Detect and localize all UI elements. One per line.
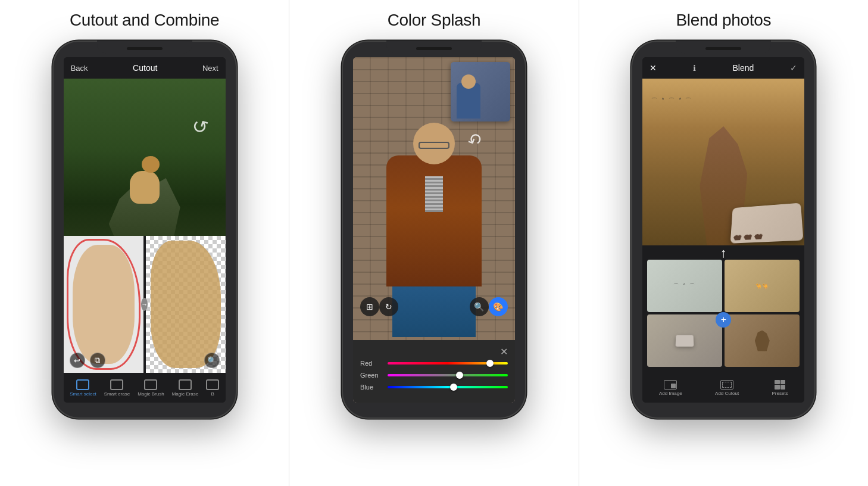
preset-sq-1 — [775, 380, 780, 385]
phone-blend: ✕ ℹ Blend ✓ ⌒ ˄ ⌒ ˄ ⌒ — [631, 40, 816, 419]
phone-screen-cutout: Back Cutout Next ↺ → — [64, 57, 226, 403]
blend-check-button[interactable]: ✓ — [790, 63, 797, 73]
cutout-ctrl-right: 🔍 — [204, 353, 220, 368]
tool-magic-brush[interactable]: Magic Brush — [138, 379, 164, 397]
blend-toolbar: Add Image Add Cutout Presets — [642, 373, 804, 403]
red-slider-thumb[interactable] — [486, 360, 494, 367]
phone-notch-3 — [676, 40, 771, 54]
green-slider-row: Green — [360, 372, 508, 379]
section-title-color-splash: Color Splash — [388, 11, 481, 30]
cutout-next-button[interactable]: Next — [202, 64, 218, 73]
blue-slider-thumb[interactable] — [450, 384, 457, 391]
paint-button[interactable]: 🎨 — [489, 297, 508, 316]
tool-smart-erase[interactable]: Smart erase — [104, 379, 130, 397]
presets-icon — [775, 380, 785, 390]
phone-notch-1 — [97, 40, 192, 54]
add-cutout-icon-dash — [722, 382, 732, 388]
paint-icon: 🎨 — [493, 302, 503, 311]
b-tool-icon — [206, 379, 219, 390]
panel-divider: → — [143, 236, 146, 373]
man-glasses — [419, 142, 449, 149]
add-blend-button[interactable]: + — [716, 312, 731, 328]
preset-sq-3 — [775, 385, 780, 390]
cutout-title: Cutout — [133, 63, 157, 73]
blend-up-arrow: ↑ — [720, 245, 727, 261]
preset-sq-4 — [780, 385, 786, 390]
red-slider-row: Red — [360, 360, 508, 367]
tool-smart-select[interactable]: Smart select — [70, 379, 96, 397]
tool-magic-erase[interactable]: Magic Erase — [172, 379, 198, 397]
blend-topbar: ✕ ℹ Blend ✓ — [642, 57, 804, 79]
inset-head — [461, 74, 476, 89]
add-image-icon-plus — [671, 384, 676, 388]
section-cutout: Cutout and Combine Back Cutout Next ↺ — [0, 0, 289, 486]
thumb-birds-bg: ⌒ ˄ ⌒ — [647, 260, 722, 312]
bird-silhouettes: ⌒ ˄ ⌒ ˄ ⌒ — [651, 96, 692, 105]
close-panel-button[interactable]: ✕ — [500, 346, 508, 357]
color-splash-inset-photo — [451, 62, 510, 122]
rotate-button[interactable]: ↻ — [379, 297, 398, 316]
add-image-label: Add Image — [659, 391, 682, 396]
phone-screen-blend: ✕ ℹ Blend ✓ ⌒ ˄ ⌒ ˄ ⌒ — [642, 57, 804, 403]
red-slider-track[interactable] — [388, 362, 508, 364]
green-slider-thumb[interactable] — [456, 372, 463, 379]
color-splash-icon-row: ⊞ ↻ 🔍 🎨 — [353, 297, 515, 316]
lion-inner — [73, 245, 135, 364]
thumb-camels-bg: 🐪🐪 — [725, 260, 800, 312]
man-jacket — [386, 155, 482, 286]
thumb-camels-icons: 🐪🐪 — [755, 284, 769, 289]
lion-cutout — [151, 241, 221, 368]
magic-brush-label: Magic Brush — [138, 391, 164, 397]
grid-icon: ⊞ — [366, 302, 373, 311]
lion-head — [142, 156, 160, 173]
blend-info-button[interactable]: ℹ — [693, 64, 696, 73]
thumb-phone[interactable] — [647, 314, 722, 367]
blue-slider-track[interactable] — [388, 386, 508, 388]
search-icon: 🔍 — [474, 302, 484, 311]
tool-b[interactable]: B — [206, 379, 219, 397]
man-shirt — [425, 176, 443, 212]
blend-tool-add-image[interactable]: Add Image — [659, 380, 682, 396]
cutout-back-button[interactable]: Back — [71, 64, 88, 73]
blend-tool-add-cutout[interactable]: Add Cutout — [715, 380, 739, 396]
phone-screen-color-splash: ↺ ⊞ ↻ 🔍 🎨 — [353, 57, 515, 403]
layer-icon: ⧉ — [95, 356, 100, 365]
camel-1 — [733, 234, 742, 240]
smart-select-label: Smart select — [70, 391, 96, 397]
grid-view-button[interactable]: ⊞ — [360, 297, 379, 316]
thumb-phone-shape — [676, 335, 694, 347]
camel-silhouettes — [733, 233, 763, 241]
thumb-rock-shape — [755, 331, 770, 351]
thumb-rock[interactable] — [725, 314, 800, 367]
magic-erase-icon — [179, 379, 192, 390]
blend-title: Blend — [732, 63, 754, 73]
green-label: Green — [360, 372, 383, 379]
preset-sq-2 — [780, 380, 786, 385]
camel-3 — [754, 233, 763, 240]
thumb-camels[interactable]: 🐪🐪 — [725, 260, 800, 312]
undo-icon: ↩ — [74, 356, 80, 365]
blue-slider-row: Blue — [360, 384, 508, 391]
blend-tool-presets[interactable]: Presets — [772, 380, 788, 396]
blend-close-button[interactable]: ✕ — [650, 63, 657, 73]
zoom-button[interactable]: 🔍 — [204, 353, 220, 368]
cutout-ctrl-left: ↩ ⧉ — [70, 353, 105, 368]
add-cutout-icon — [720, 380, 733, 390]
layer-button[interactable]: ⧉ — [90, 353, 105, 368]
undo-button[interactable]: ↩ — [70, 353, 85, 368]
green-slider-track[interactable] — [388, 374, 508, 376]
search-button[interactable]: 🔍 — [470, 297, 489, 316]
phone-speaker-2 — [416, 47, 452, 50]
phone-notch-2 — [386, 40, 482, 54]
phone-on-table — [730, 203, 804, 244]
thumb-birds[interactable]: ⌒ ˄ ⌒ — [647, 260, 722, 312]
magic-brush-icon — [144, 379, 157, 390]
magic-erase-label: Magic Erase — [172, 391, 198, 397]
thumb-phone-bg — [647, 314, 722, 367]
red-label: Red — [360, 360, 383, 367]
blue-label: Blue — [360, 384, 383, 391]
b-tool-label: B — [211, 391, 214, 397]
phone-color-splash: ↺ ⊞ ↻ 🔍 🎨 — [342, 40, 526, 419]
cutout-main-image: ↺ — [64, 79, 226, 257]
cutout-toolbar: Smart select Smart erase Magic Brush Mag… — [64, 373, 226, 403]
